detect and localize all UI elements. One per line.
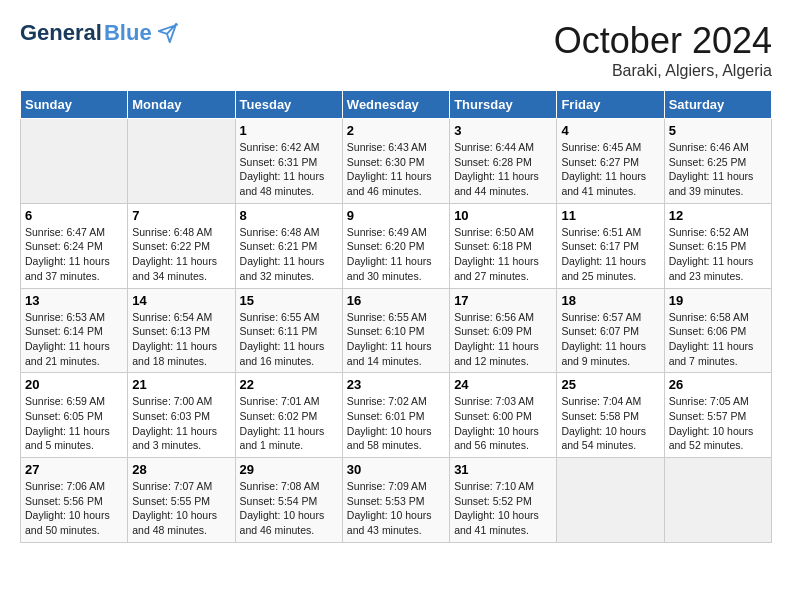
calendar-cell: 23Sunrise: 7:02 AM Sunset: 6:01 PM Dayli… (342, 373, 449, 458)
week-row-3: 13Sunrise: 6:53 AM Sunset: 6:14 PM Dayli… (21, 288, 772, 373)
week-row-1: 1Sunrise: 6:42 AM Sunset: 6:31 PM Daylig… (21, 119, 772, 204)
day-info: Sunrise: 6:43 AM Sunset: 6:30 PM Dayligh… (347, 140, 445, 199)
day-number: 17 (454, 293, 552, 308)
day-info: Sunrise: 7:09 AM Sunset: 5:53 PM Dayligh… (347, 479, 445, 538)
day-info: Sunrise: 6:55 AM Sunset: 6:11 PM Dayligh… (240, 310, 338, 369)
day-number: 28 (132, 462, 230, 477)
day-number: 16 (347, 293, 445, 308)
calendar-cell: 5Sunrise: 6:46 AM Sunset: 6:25 PM Daylig… (664, 119, 771, 204)
week-row-2: 6Sunrise: 6:47 AM Sunset: 6:24 PM Daylig… (21, 203, 772, 288)
calendar-cell: 27Sunrise: 7:06 AM Sunset: 5:56 PM Dayli… (21, 458, 128, 543)
calendar-cell: 18Sunrise: 6:57 AM Sunset: 6:07 PM Dayli… (557, 288, 664, 373)
month-title: October 2024 (554, 20, 772, 62)
day-info: Sunrise: 6:58 AM Sunset: 6:06 PM Dayligh… (669, 310, 767, 369)
weekday-header-saturday: Saturday (664, 91, 771, 119)
day-info: Sunrise: 7:06 AM Sunset: 5:56 PM Dayligh… (25, 479, 123, 538)
calendar-cell: 12Sunrise: 6:52 AM Sunset: 6:15 PM Dayli… (664, 203, 771, 288)
weekday-header-friday: Friday (557, 91, 664, 119)
day-info: Sunrise: 6:54 AM Sunset: 6:13 PM Dayligh… (132, 310, 230, 369)
day-info: Sunrise: 7:10 AM Sunset: 5:52 PM Dayligh… (454, 479, 552, 538)
day-number: 10 (454, 208, 552, 223)
calendar-cell: 16Sunrise: 6:55 AM Sunset: 6:10 PM Dayli… (342, 288, 449, 373)
day-info: Sunrise: 6:50 AM Sunset: 6:18 PM Dayligh… (454, 225, 552, 284)
day-info: Sunrise: 7:01 AM Sunset: 6:02 PM Dayligh… (240, 394, 338, 453)
calendar-cell: 29Sunrise: 7:08 AM Sunset: 5:54 PM Dayli… (235, 458, 342, 543)
day-info: Sunrise: 7:04 AM Sunset: 5:58 PM Dayligh… (561, 394, 659, 453)
calendar-cell: 10Sunrise: 6:50 AM Sunset: 6:18 PM Dayli… (450, 203, 557, 288)
calendar-cell: 28Sunrise: 7:07 AM Sunset: 5:55 PM Dayli… (128, 458, 235, 543)
calendar-cell: 2Sunrise: 6:43 AM Sunset: 6:30 PM Daylig… (342, 119, 449, 204)
weekday-header-monday: Monday (128, 91, 235, 119)
calendar-cell (21, 119, 128, 204)
calendar-cell: 25Sunrise: 7:04 AM Sunset: 5:58 PM Dayli… (557, 373, 664, 458)
day-info: Sunrise: 6:48 AM Sunset: 6:22 PM Dayligh… (132, 225, 230, 284)
calendar-cell (128, 119, 235, 204)
day-number: 15 (240, 293, 338, 308)
calendar-table: SundayMondayTuesdayWednesdayThursdayFrid… (20, 90, 772, 543)
calendar-cell: 26Sunrise: 7:05 AM Sunset: 5:57 PM Dayli… (664, 373, 771, 458)
day-number: 20 (25, 377, 123, 392)
logo: General Blue (20, 20, 178, 46)
page-header: General Blue October 2024 Baraki, Algier… (20, 20, 772, 80)
day-number: 19 (669, 293, 767, 308)
calendar-cell: 9Sunrise: 6:49 AM Sunset: 6:20 PM Daylig… (342, 203, 449, 288)
day-number: 7 (132, 208, 230, 223)
location: Baraki, Algiers, Algeria (554, 62, 772, 80)
day-number: 18 (561, 293, 659, 308)
day-number: 24 (454, 377, 552, 392)
day-info: Sunrise: 6:46 AM Sunset: 6:25 PM Dayligh… (669, 140, 767, 199)
day-number: 13 (25, 293, 123, 308)
day-number: 29 (240, 462, 338, 477)
calendar-cell: 14Sunrise: 6:54 AM Sunset: 6:13 PM Dayli… (128, 288, 235, 373)
week-row-5: 27Sunrise: 7:06 AM Sunset: 5:56 PM Dayli… (21, 458, 772, 543)
calendar-cell: 22Sunrise: 7:01 AM Sunset: 6:02 PM Dayli… (235, 373, 342, 458)
day-number: 25 (561, 377, 659, 392)
day-number: 2 (347, 123, 445, 138)
day-number: 9 (347, 208, 445, 223)
week-row-4: 20Sunrise: 6:59 AM Sunset: 6:05 PM Dayli… (21, 373, 772, 458)
day-info: Sunrise: 6:47 AM Sunset: 6:24 PM Dayligh… (25, 225, 123, 284)
calendar-cell: 21Sunrise: 7:00 AM Sunset: 6:03 PM Dayli… (128, 373, 235, 458)
day-info: Sunrise: 6:52 AM Sunset: 6:15 PM Dayligh… (669, 225, 767, 284)
day-info: Sunrise: 7:08 AM Sunset: 5:54 PM Dayligh… (240, 479, 338, 538)
calendar-cell: 11Sunrise: 6:51 AM Sunset: 6:17 PM Dayli… (557, 203, 664, 288)
day-info: Sunrise: 7:05 AM Sunset: 5:57 PM Dayligh… (669, 394, 767, 453)
day-number: 26 (669, 377, 767, 392)
day-number: 12 (669, 208, 767, 223)
day-number: 22 (240, 377, 338, 392)
day-info: Sunrise: 6:56 AM Sunset: 6:09 PM Dayligh… (454, 310, 552, 369)
calendar-cell: 8Sunrise: 6:48 AM Sunset: 6:21 PM Daylig… (235, 203, 342, 288)
logo-bird-icon (156, 22, 178, 44)
calendar-cell: 3Sunrise: 6:44 AM Sunset: 6:28 PM Daylig… (450, 119, 557, 204)
day-number: 8 (240, 208, 338, 223)
day-info: Sunrise: 6:42 AM Sunset: 6:31 PM Dayligh… (240, 140, 338, 199)
day-number: 4 (561, 123, 659, 138)
day-number: 5 (669, 123, 767, 138)
day-number: 6 (25, 208, 123, 223)
day-number: 31 (454, 462, 552, 477)
calendar-cell: 1Sunrise: 6:42 AM Sunset: 6:31 PM Daylig… (235, 119, 342, 204)
day-number: 3 (454, 123, 552, 138)
calendar-cell: 4Sunrise: 6:45 AM Sunset: 6:27 PM Daylig… (557, 119, 664, 204)
calendar-cell: 24Sunrise: 7:03 AM Sunset: 6:00 PM Dayli… (450, 373, 557, 458)
day-info: Sunrise: 7:02 AM Sunset: 6:01 PM Dayligh… (347, 394, 445, 453)
calendar-cell: 15Sunrise: 6:55 AM Sunset: 6:11 PM Dayli… (235, 288, 342, 373)
day-info: Sunrise: 6:55 AM Sunset: 6:10 PM Dayligh… (347, 310, 445, 369)
day-number: 27 (25, 462, 123, 477)
calendar-cell: 13Sunrise: 6:53 AM Sunset: 6:14 PM Dayli… (21, 288, 128, 373)
day-info: Sunrise: 6:48 AM Sunset: 6:21 PM Dayligh… (240, 225, 338, 284)
day-info: Sunrise: 6:44 AM Sunset: 6:28 PM Dayligh… (454, 140, 552, 199)
calendar-cell: 19Sunrise: 6:58 AM Sunset: 6:06 PM Dayli… (664, 288, 771, 373)
weekday-header-thursday: Thursday (450, 91, 557, 119)
day-info: Sunrise: 6:59 AM Sunset: 6:05 PM Dayligh… (25, 394, 123, 453)
day-number: 23 (347, 377, 445, 392)
weekday-header-tuesday: Tuesday (235, 91, 342, 119)
calendar-cell (557, 458, 664, 543)
day-info: Sunrise: 7:00 AM Sunset: 6:03 PM Dayligh… (132, 394, 230, 453)
calendar-cell: 6Sunrise: 6:47 AM Sunset: 6:24 PM Daylig… (21, 203, 128, 288)
logo-general: General (20, 20, 102, 46)
calendar-cell: 30Sunrise: 7:09 AM Sunset: 5:53 PM Dayli… (342, 458, 449, 543)
day-number: 30 (347, 462, 445, 477)
day-info: Sunrise: 6:51 AM Sunset: 6:17 PM Dayligh… (561, 225, 659, 284)
day-number: 14 (132, 293, 230, 308)
